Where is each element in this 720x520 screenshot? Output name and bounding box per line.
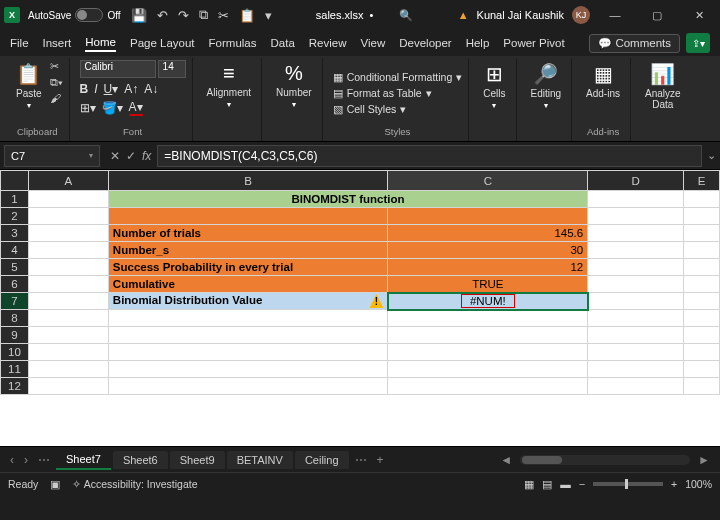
- row-header-7[interactable]: 7: [1, 293, 29, 310]
- cell[interactable]: [684, 242, 720, 259]
- cell[interactable]: [684, 208, 720, 225]
- row-header-3[interactable]: 3: [1, 225, 29, 242]
- cell[interactable]: [388, 344, 588, 361]
- row-header-9[interactable]: 9: [1, 327, 29, 344]
- menu-developer[interactable]: Developer: [399, 35, 451, 51]
- cell[interactable]: [108, 378, 388, 395]
- tab-betainv[interactable]: BETAINV: [227, 451, 293, 469]
- menu-data[interactable]: Data: [271, 35, 295, 51]
- cell-b6[interactable]: Cumulative: [108, 276, 388, 293]
- analyze-data-button[interactable]: 📊Analyze Data: [641, 60, 685, 112]
- cell[interactable]: [684, 225, 720, 242]
- cells-button[interactable]: ⊞Cells▾: [479, 60, 509, 112]
- cell[interactable]: [388, 361, 588, 378]
- cell[interactable]: [388, 310, 588, 327]
- cell-c5[interactable]: 12: [388, 259, 588, 276]
- row-header-12[interactable]: 12: [1, 378, 29, 395]
- user-name[interactable]: Kunal Jai Kaushik: [477, 9, 564, 21]
- increase-font-button[interactable]: A↑: [124, 82, 138, 96]
- spreadsheet-grid[interactable]: A B C D E 1BINOMDIST function 2 3Number …: [0, 170, 720, 446]
- format-painter-button[interactable]: 🖌: [50, 92, 63, 104]
- menu-view[interactable]: View: [361, 35, 386, 51]
- row-header-5[interactable]: 5: [1, 259, 29, 276]
- cell[interactable]: [588, 242, 684, 259]
- warning-icon[interactable]: ▲: [458, 9, 469, 21]
- cell-styles-button[interactable]: ▧ Cell Styles ▾: [333, 103, 407, 115]
- cell-title[interactable]: BINOMDIST function: [108, 191, 587, 208]
- menu-formulas[interactable]: Formulas: [209, 35, 257, 51]
- zoom-level[interactable]: 100%: [685, 478, 712, 490]
- col-header-b[interactable]: B: [108, 171, 388, 191]
- row-header-8[interactable]: 8: [1, 310, 29, 327]
- menu-help[interactable]: Help: [466, 35, 490, 51]
- format-as-table-button[interactable]: ▤ Format as Table ▾: [333, 87, 432, 99]
- tab-sheet9[interactable]: Sheet9: [170, 451, 225, 469]
- cell[interactable]: [108, 327, 388, 344]
- font-size-select[interactable]: 14: [158, 60, 186, 78]
- view-page-icon[interactable]: ▤: [542, 478, 552, 490]
- cell[interactable]: [588, 344, 684, 361]
- cell[interactable]: [28, 191, 108, 208]
- row-header-1[interactable]: 1: [1, 191, 29, 208]
- cell[interactable]: [684, 378, 720, 395]
- cell[interactable]: [108, 344, 388, 361]
- redo-icon[interactable]: ↷: [178, 8, 189, 23]
- col-header-d[interactable]: D: [588, 171, 684, 191]
- maximize-button[interactable]: ▢: [640, 0, 674, 30]
- undo-icon[interactable]: ↶: [157, 8, 168, 23]
- cell[interactable]: [588, 208, 684, 225]
- cell[interactable]: [588, 225, 684, 242]
- cell-c7[interactable]: #NUM!: [388, 293, 588, 310]
- cell[interactable]: [684, 344, 720, 361]
- editing-button[interactable]: 🔎Editing▾: [527, 60, 566, 112]
- cell-b7[interactable]: Binomial Distribution Value!: [108, 293, 388, 310]
- cell[interactable]: [684, 276, 720, 293]
- view-break-icon[interactable]: ▬: [560, 478, 571, 490]
- comments-button[interactable]: 💬 Comments: [589, 34, 680, 53]
- cell[interactable]: [588, 191, 684, 208]
- cell[interactable]: [588, 378, 684, 395]
- view-normal-icon[interactable]: ▦: [524, 478, 534, 490]
- enter-formula-icon[interactable]: ✓: [126, 149, 136, 163]
- macro-record-icon[interactable]: ▣: [50, 478, 60, 490]
- cell[interactable]: [28, 310, 108, 327]
- expand-formula-icon[interactable]: ⌄: [702, 149, 720, 162]
- cell[interactable]: [28, 293, 108, 310]
- cell[interactable]: [588, 259, 684, 276]
- fill-color-button[interactable]: 🪣▾: [102, 101, 123, 115]
- clipboard-icon[interactable]: 📋: [239, 8, 255, 23]
- zoom-in-icon[interactable]: +: [671, 478, 677, 490]
- col-header-a[interactable]: A: [28, 171, 108, 191]
- tab-more-right-icon[interactable]: ⋯: [351, 453, 371, 467]
- new-sheet-button[interactable]: +: [373, 453, 388, 467]
- cell[interactable]: [588, 293, 684, 310]
- toggle-switch[interactable]: [75, 8, 103, 22]
- cell-b5[interactable]: Success Probability in every trial: [108, 259, 388, 276]
- cell[interactable]: [28, 344, 108, 361]
- menu-file[interactable]: File: [10, 35, 29, 51]
- fx-icon[interactable]: fx: [142, 149, 151, 163]
- avatar[interactable]: KJ: [572, 6, 590, 24]
- cut-icon[interactable]: ✂: [218, 8, 229, 23]
- cell[interactable]: [28, 378, 108, 395]
- close-button[interactable]: ✕: [682, 0, 716, 30]
- cell[interactable]: [588, 310, 684, 327]
- formula-input[interactable]: =BINOMDIST(C4,C3,C5,C6): [157, 145, 702, 167]
- cell[interactable]: [28, 361, 108, 378]
- italic-button[interactable]: I: [94, 82, 97, 96]
- font-color-button[interactable]: A▾: [129, 100, 143, 116]
- cell-c3[interactable]: 145.6: [388, 225, 588, 242]
- cell[interactable]: [28, 259, 108, 276]
- cell[interactable]: [28, 242, 108, 259]
- tab-more-left-icon[interactable]: ⋯: [34, 453, 54, 467]
- cell[interactable]: [684, 310, 720, 327]
- tab-prev-icon[interactable]: ‹: [6, 453, 18, 467]
- cell[interactable]: [588, 276, 684, 293]
- cell[interactable]: [684, 293, 720, 310]
- addins-button[interactable]: ▦Add-ins: [582, 60, 624, 101]
- row-header-11[interactable]: 11: [1, 361, 29, 378]
- decrease-font-button[interactable]: A↓: [144, 82, 158, 96]
- alignment-button[interactable]: ≡Alignment▾: [203, 60, 255, 111]
- zoom-slider[interactable]: [593, 482, 663, 486]
- autosave-toggle[interactable]: AutoSave Off: [28, 8, 121, 22]
